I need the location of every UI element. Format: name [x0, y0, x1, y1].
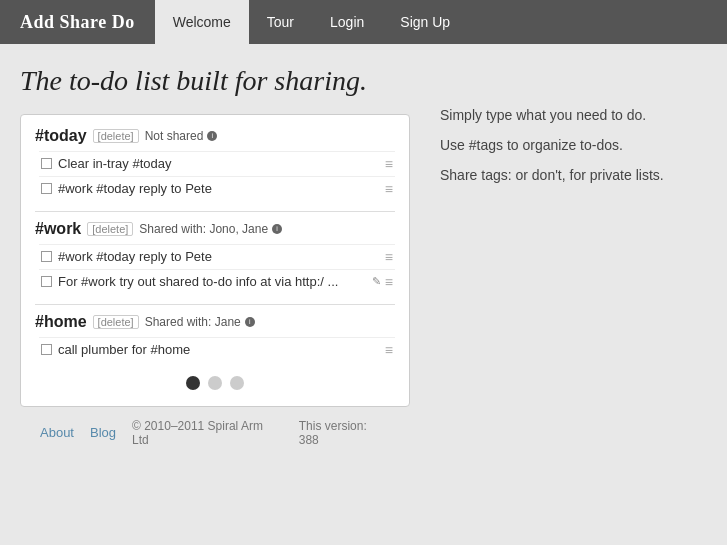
left-column: The to-do list built for sharing. #today… [20, 64, 410, 459]
nav-link-signup[interactable]: Sign Up [382, 0, 468, 44]
todo-item: Clear in-tray #today ≡ [39, 151, 395, 176]
tag-delete-today[interactable]: [delete] [93, 129, 139, 143]
todo-text: Clear in-tray #today [58, 156, 171, 171]
section-divider [35, 211, 395, 212]
tag-section-home: #home [delete] Shared with: Jane i call … [35, 313, 395, 362]
todo-item: For #work try out shared to-do info at v… [39, 269, 395, 294]
tagline: The to-do list built for sharing. [20, 64, 410, 98]
tag-hash-today: #today [35, 127, 87, 145]
todo-checkbox[interactable] [41, 251, 52, 262]
right-column: Simply type what you need to do. Use #ta… [410, 64, 707, 459]
dot-2[interactable] [208, 376, 222, 390]
todo-item: call plumber for #home ≡ [39, 337, 395, 362]
footer-version: This version: 388 [299, 419, 390, 447]
feature-item-3: Share tags: or don't, for private lists. [440, 164, 707, 188]
todo-checkbox[interactable] [41, 158, 52, 169]
section-divider [35, 304, 395, 305]
todo-list-today: Clear in-tray #today ≡ #work #today repl… [39, 151, 395, 201]
tag-section-work: #work [delete] Shared with: Jono, Jane i… [35, 220, 395, 294]
nav-logo: Add Share Do [0, 0, 155, 44]
dot-3[interactable] [230, 376, 244, 390]
nav-link-welcome[interactable]: Welcome [155, 0, 249, 44]
nav-link-login[interactable]: Login [312, 0, 382, 44]
drag-handle[interactable]: ≡ [385, 181, 393, 197]
info-icon-home[interactable]: i [245, 317, 255, 327]
tag-delete-work[interactable]: [delete] [87, 222, 133, 236]
feature-item-1: Simply type what you need to do. [440, 104, 707, 128]
edit-icon[interactable]: ✎ [372, 275, 381, 288]
todo-checkbox[interactable] [41, 183, 52, 194]
drag-handle[interactable]: ≡ [385, 249, 393, 265]
tag-share-today: Not shared i [145, 129, 218, 143]
todo-text: For #work try out shared to-do info at v… [58, 274, 338, 289]
todo-text: call plumber for #home [58, 342, 190, 357]
footer-about-link[interactable]: About [40, 425, 74, 440]
drag-handle[interactable]: ≡ [385, 342, 393, 358]
tag-delete-home[interactable]: [delete] [93, 315, 139, 329]
drag-handle[interactable]: ≡ [385, 274, 393, 290]
nav-link-tour[interactable]: Tour [249, 0, 312, 44]
todo-text: #work #today reply to Pete [58, 249, 212, 264]
main-area: The to-do list built for sharing. #today… [0, 44, 727, 459]
todo-list-home: call plumber for #home ≡ [39, 337, 395, 362]
tag-hash-work: #work [35, 220, 81, 238]
footer-copyright: © 2010–2011 Spiral Arm Ltd [132, 419, 283, 447]
navbar: Add Share Do Welcome Tour Login Sign Up [0, 0, 727, 44]
info-icon-work[interactable]: i [272, 224, 282, 234]
todo-text: #work #today reply to Pete [58, 181, 212, 196]
todo-item: #work #today reply to Pete ≡ [39, 244, 395, 269]
info-icon-today[interactable]: i [207, 131, 217, 141]
todo-card: #today [delete] Not shared i Clear in-tr… [20, 114, 410, 407]
drag-handle[interactable]: ≡ [385, 156, 393, 172]
feature-text: Simply type what you need to do. Use #ta… [440, 104, 707, 187]
todo-item: #work #today reply to Pete ≡ [39, 176, 395, 201]
tag-header-work: #work [delete] Shared with: Jono, Jane i [35, 220, 395, 238]
tag-header-today: #today [delete] Not shared i [35, 127, 395, 145]
tag-header-home: #home [delete] Shared with: Jane i [35, 313, 395, 331]
todo-checkbox[interactable] [41, 276, 52, 287]
todo-list-work: #work #today reply to Pete ≡ For #work t… [39, 244, 395, 294]
nav-links: Welcome Tour Login Sign Up [155, 0, 468, 44]
tag-hash-home: #home [35, 313, 87, 331]
dot-1[interactable] [186, 376, 200, 390]
tag-section-today: #today [delete] Not shared i Clear in-tr… [35, 127, 395, 201]
footer: About Blog © 2010–2011 Spiral Arm Ltd Th… [20, 407, 410, 459]
tag-share-home: Shared with: Jane i [145, 315, 255, 329]
carousel-dots [35, 376, 395, 390]
footer-blog-link[interactable]: Blog [90, 425, 116, 440]
todo-checkbox[interactable] [41, 344, 52, 355]
tag-share-work: Shared with: Jono, Jane i [139, 222, 282, 236]
feature-item-2: Use #tags to organize to-dos. [440, 134, 707, 158]
